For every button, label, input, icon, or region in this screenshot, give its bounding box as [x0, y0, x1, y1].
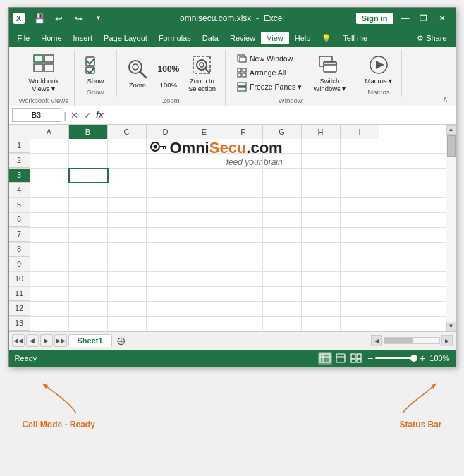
row-header-13[interactable]: 13	[9, 317, 30, 331]
grid-cell[interactable]	[341, 139, 379, 153]
grid-cell[interactable]	[30, 228, 69, 242]
grid-cell[interactable]	[147, 302, 185, 316]
grid-cell[interactable]	[147, 317, 185, 331]
grid-cell[interactable]	[302, 272, 341, 286]
grid-cell[interactable]	[108, 154, 147, 168]
grid-cell[interactable]	[224, 302, 263, 316]
grid-cell[interactable]	[69, 139, 108, 153]
grid-cell[interactable]	[185, 169, 224, 183]
grid-cell[interactable]	[224, 257, 263, 271]
grid-cell[interactable]	[263, 213, 302, 227]
grid-cell[interactable]	[147, 243, 185, 257]
grid-cell[interactable]	[341, 317, 379, 331]
grid-cell[interactable]	[30, 154, 69, 168]
grid-cell[interactable]	[302, 257, 341, 271]
grid-cell[interactable]	[302, 139, 341, 153]
formula-cancel-button[interactable]: ✕	[69, 110, 80, 121]
formula-confirm-button[interactable]: ✓	[83, 110, 93, 121]
menu-review[interactable]: Review	[224, 32, 261, 44]
menu-view[interactable]: View	[261, 32, 289, 44]
tab-nav-prev[interactable]: ◀	[26, 334, 39, 347]
grid-cell[interactable]	[263, 169, 302, 183]
grid-cell[interactable]	[263, 228, 302, 242]
row-header-6[interactable]: 6	[9, 213, 30, 227]
grid-cell[interactable]	[224, 243, 263, 257]
grid-cell[interactable]	[108, 287, 147, 301]
col-header-a[interactable]: A	[30, 125, 69, 139]
row-header-11[interactable]: 11	[9, 287, 30, 301]
grid-cell[interactable]	[263, 257, 302, 271]
tab-nav-last[interactable]: ▶▶	[54, 334, 67, 347]
grid-cell[interactable]	[302, 228, 341, 242]
tab-nav-next[interactable]: ▶	[40, 334, 53, 347]
tab-nav-first[interactable]: ◀◀	[12, 334, 25, 347]
zoom-plus-button[interactable]: +	[420, 353, 425, 363]
grid-cell[interactable]	[108, 243, 147, 257]
grid-cell[interactable]	[69, 198, 108, 212]
grid-cell[interactable]	[302, 243, 341, 257]
grid-cell[interactable]	[185, 302, 224, 316]
scroll-h-track[interactable]	[384, 337, 440, 344]
menu-tell-me[interactable]: Tell me	[337, 32, 373, 44]
grid-cell[interactable]	[341, 198, 379, 212]
grid-cell[interactable]	[341, 228, 379, 242]
grid-cell[interactable]	[69, 169, 108, 183]
scroll-up-arrow[interactable]: ▲	[446, 125, 456, 135]
grid-cell[interactable]	[147, 272, 185, 286]
page-layout-view-button[interactable]	[334, 352, 348, 365]
grid-cell[interactable]	[302, 198, 341, 212]
grid-cell[interactable]	[30, 287, 69, 301]
grid-cell[interactable]	[69, 228, 108, 242]
sign-in-button[interactable]: Sign in	[356, 13, 393, 24]
menu-lightbulb[interactable]: 💡	[316, 32, 337, 45]
grid-cell[interactable]	[108, 228, 147, 242]
grid-cell[interactable]	[69, 213, 108, 227]
row-header-4[interactable]: 4	[9, 183, 30, 197]
menu-formulas[interactable]: Formulas	[153, 32, 197, 44]
macros-button[interactable]: Macros ▾	[361, 51, 396, 87]
grid-cell[interactable]	[108, 257, 147, 271]
formula-input[interactable]	[106, 111, 453, 119]
grid-cell[interactable]	[224, 213, 263, 227]
grid-cell[interactable]	[108, 183, 147, 197]
freeze-panes-button[interactable]: Freeze Panes ▾	[231, 80, 307, 94]
menu-page-layout[interactable]: Page Layout	[98, 32, 153, 44]
grid-cell[interactable]	[224, 183, 263, 197]
grid-cell[interactable]	[185, 243, 224, 257]
grid-cell[interactable]	[108, 302, 147, 316]
row-header-5[interactable]: 5	[9, 198, 30, 212]
grid-cell[interactable]	[302, 169, 341, 183]
grid-cell[interactable]	[185, 183, 224, 197]
grid-cell[interactable]	[263, 243, 302, 257]
grid-cell[interactable]	[185, 213, 224, 227]
maximize-button[interactable]: ❐	[415, 9, 433, 28]
grid-cell[interactable]	[69, 257, 108, 271]
grid-cell[interactable]	[147, 169, 185, 183]
menu-data[interactable]: Data	[197, 32, 224, 44]
grid-cell[interactable]	[263, 272, 302, 286]
grid-cell[interactable]	[69, 287, 108, 301]
menu-home[interactable]: Home	[35, 32, 67, 44]
grid-cell[interactable]	[30, 139, 69, 153]
formula-fx-icon[interactable]: fx	[96, 110, 104, 120]
grid-cell[interactable]	[341, 213, 379, 227]
grid-cell[interactable]	[185, 257, 224, 271]
row-header-8[interactable]: 8	[9, 243, 30, 257]
grid-cell[interactable]	[69, 317, 108, 331]
grid-cell[interactable]	[147, 287, 185, 301]
workbook-views-button[interactable]: WorkbookViews ▾	[25, 51, 62, 95]
scroll-thumb[interactable]	[447, 135, 456, 157]
col-header-f[interactable]: F	[224, 125, 263, 139]
show-button[interactable]: Show	[80, 51, 110, 87]
grid-cell[interactable]	[302, 302, 341, 316]
grid-cell[interactable]	[147, 183, 185, 197]
grid-cell[interactable]	[341, 272, 379, 286]
grid-cell[interactable]	[263, 302, 302, 316]
scroll-down-arrow[interactable]: ▼	[446, 322, 456, 331]
switch-windows-button[interactable]: SwitchWindows ▾	[310, 51, 349, 95]
menu-insert[interactable]: Insert	[68, 32, 99, 44]
close-button[interactable]: ✕	[433, 9, 451, 28]
grid-cell[interactable]	[69, 154, 108, 168]
row-header-12[interactable]: 12	[9, 302, 30, 316]
menu-help[interactable]: Help	[289, 32, 317, 44]
